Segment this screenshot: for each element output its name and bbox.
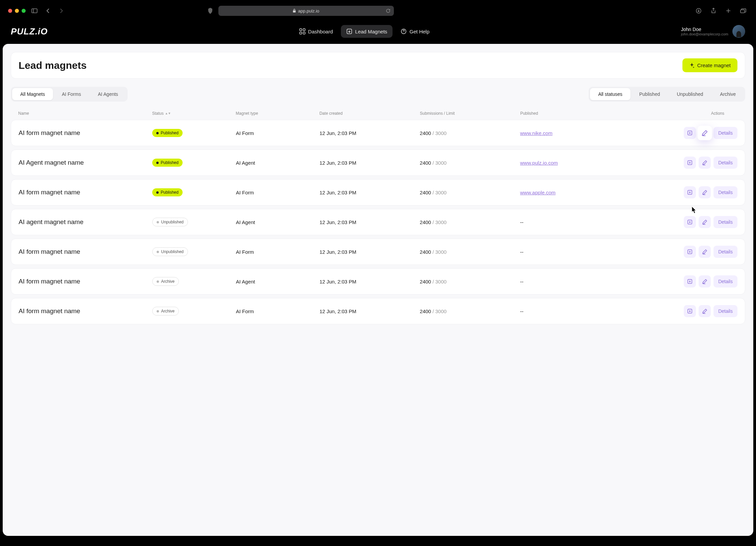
edit-button[interactable] [699, 157, 711, 169]
status-dot-icon [157, 221, 159, 223]
magnet-type: AI Form [236, 130, 320, 136]
th-type: Magnet type [236, 111, 320, 116]
grid-icon [299, 28, 305, 34]
status-tab-archive[interactable]: Archive [712, 88, 744, 100]
details-button[interactable]: Details [713, 246, 737, 258]
nav-get-help[interactable]: Get Help [395, 25, 435, 38]
status-badge: Published [152, 129, 183, 137]
create-magnet-button[interactable]: Create magnet [682, 58, 737, 72]
row-actions: Details [629, 186, 737, 198]
download-button[interactable] [684, 246, 696, 258]
published-url: -- [520, 249, 629, 255]
status-label: Unpublished [161, 249, 184, 254]
share-icon[interactable] [709, 6, 718, 16]
nav-label: Lead Magnets [355, 29, 387, 34]
create-button-label: Create magnet [697, 62, 731, 68]
table-row: AI form magnet nameArchiveAI Form12 Jun,… [11, 298, 745, 324]
main-content: Lead magnets Create magnet All MagnetsAI… [3, 44, 753, 536]
table-row: AI Agent magnet namePublishedAI Agent12 … [11, 149, 745, 176]
tabs-overview-icon[interactable] [738, 6, 748, 16]
magnet-type: AI Form [236, 190, 320, 195]
url-bar[interactable]: app.pulz.io [218, 6, 394, 16]
download-button[interactable] [684, 127, 696, 139]
maximize-window-button[interactable] [22, 9, 26, 13]
forward-button[interactable] [57, 6, 66, 16]
table-header: Name Status ▲▼ Magnet type Date created … [11, 107, 745, 120]
magnet-name: AI Agent magnet name [19, 159, 152, 166]
edit-button[interactable] [699, 186, 711, 198]
status-label: Published [161, 160, 179, 165]
close-window-button[interactable] [8, 9, 12, 13]
status-tab-all-statuses[interactable]: All statuses [590, 88, 630, 100]
minimize-window-button[interactable] [15, 9, 19, 13]
th-date: Date created [319, 111, 420, 116]
user-menu[interactable]: John Doe john.doe@examplecorp.com [681, 25, 745, 38]
svg-rect-7 [300, 32, 302, 34]
row-actions: Details [629, 305, 737, 317]
row-actions: Details [629, 216, 737, 228]
main-nav: Dashboard Lead Magnets Get Help [294, 25, 435, 38]
submissions: 2400 / 3000 [420, 130, 520, 136]
edit-button[interactable] [699, 275, 711, 288]
details-button[interactable]: Details [713, 216, 737, 228]
date-created: 12 Jun, 2:03 PM [320, 190, 420, 195]
status-badge: Published [152, 159, 183, 167]
status-tab-published[interactable]: Published [631, 88, 668, 100]
magnet-type: AI Form [236, 249, 320, 255]
magnet-icon [346, 28, 352, 34]
published-url[interactable]: www.apple.com [520, 190, 629, 195]
type-tab-ai-forms[interactable]: AI Forms [54, 88, 89, 100]
downloads-icon[interactable] [694, 6, 703, 16]
edit-button[interactable] [698, 126, 712, 140]
svg-rect-0 [32, 9, 37, 13]
type-tab-all-magnets[interactable]: All Magnets [12, 88, 53, 100]
row-actions: Details [629, 246, 737, 258]
magnets-table: Name Status ▲▼ Magnet type Date created … [11, 107, 745, 324]
back-button[interactable] [43, 6, 53, 16]
download-button[interactable] [684, 216, 696, 228]
edit-button[interactable] [699, 246, 711, 258]
download-button[interactable] [684, 305, 696, 317]
submissions: 2400 / 3000 [420, 249, 520, 255]
sidebar-toggle-icon[interactable] [30, 6, 39, 16]
submissions: 2400 / 3000 [420, 279, 520, 284]
refresh-icon[interactable] [386, 8, 390, 13]
svg-rect-5 [300, 29, 302, 31]
submissions: 2400 / 3000 [420, 190, 520, 195]
date-created: 12 Jun, 2:03 PM [320, 249, 420, 255]
nav-label: Get Help [409, 29, 429, 34]
table-row: AI form magnet namePublishedAI Form12 Ju… [11, 120, 745, 146]
avatar[interactable] [732, 25, 745, 38]
nav-dashboard[interactable]: Dashboard [294, 25, 338, 38]
new-tab-icon[interactable] [724, 6, 733, 16]
details-button[interactable]: Details [713, 157, 737, 169]
edit-button[interactable] [699, 216, 711, 228]
details-button[interactable]: Details [713, 275, 737, 288]
filter-bar: All MagnetsAI FormsAI Agents All statuse… [11, 87, 745, 102]
details-button[interactable]: Details [713, 127, 737, 139]
published-url[interactable]: www.pulz.io.com [520, 160, 629, 166]
published-url[interactable]: www.nike.com [520, 130, 629, 136]
edit-button[interactable] [699, 305, 711, 317]
privacy-shield-icon[interactable] [208, 8, 213, 14]
status-dot-icon [157, 310, 159, 312]
status-badge: Archive [152, 277, 179, 286]
download-button[interactable] [684, 157, 696, 169]
th-name: Name [18, 111, 152, 116]
status-dot-icon [156, 132, 159, 134]
nav-lead-magnets[interactable]: Lead Magnets [341, 25, 393, 38]
th-actions: Actions [629, 111, 738, 116]
table-row: AI form magnet namePublishedAI Form12 Ju… [11, 179, 745, 206]
published-url: -- [520, 219, 629, 225]
type-tab-ai-agents[interactable]: AI Agents [90, 88, 126, 100]
th-published: Published [520, 111, 629, 116]
download-button[interactable] [684, 186, 696, 198]
magnet-name: AI form magnet name [19, 278, 152, 285]
download-button[interactable] [684, 275, 696, 288]
details-button[interactable]: Details [713, 305, 737, 317]
th-status[interactable]: Status ▲▼ [152, 111, 236, 116]
status-tab-unpublished[interactable]: Unpublished [669, 88, 711, 100]
details-button[interactable]: Details [713, 186, 737, 198]
logo[interactable]: PULZ.iO [11, 26, 48, 37]
table-row: AI agent magnet nameUnpublishedAI Agent1… [11, 209, 745, 235]
